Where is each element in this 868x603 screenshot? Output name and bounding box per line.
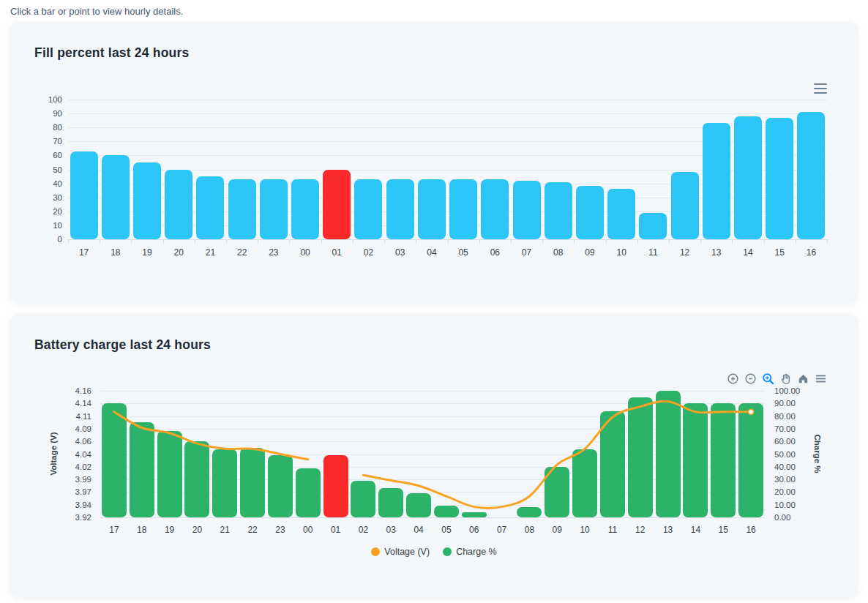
axis-tick — [542, 239, 543, 243]
bar-07[interactable] — [513, 181, 541, 239]
voltage-line[interactable] — [100, 391, 765, 517]
pan-icon[interactable] — [779, 372, 793, 386]
axis-tick — [384, 239, 385, 243]
axis-tick — [100, 239, 100, 243]
bar-06[interactable] — [481, 179, 509, 239]
bar-16[interactable] — [797, 112, 825, 239]
charge-tick-label: 80.00 — [774, 411, 796, 422]
axis-tick — [669, 239, 670, 243]
voltage-tick-label: 4.09 — [58, 424, 91, 434]
bar-20[interactable] — [165, 170, 192, 240]
axis-tick — [764, 239, 765, 243]
x-axis-tick-label: 08 — [516, 525, 544, 535]
x-axis-tick-label: 16 — [737, 525, 765, 535]
bar-01-selected[interactable] — [323, 170, 351, 240]
axis-tick — [511, 239, 512, 243]
bar-05[interactable] — [449, 179, 477, 239]
chart-toolbar — [726, 372, 828, 386]
bar-04[interactable] — [418, 179, 446, 239]
bar-22[interactable] — [228, 179, 256, 239]
axis-tick — [700, 239, 701, 243]
line-point-marker[interactable] — [748, 409, 753, 414]
x-axis-tick-label: 17 — [100, 525, 128, 535]
bar-13[interactable] — [703, 123, 730, 239]
charge-tick-label: 90.00 — [774, 398, 796, 408]
bar-17[interactable] — [70, 151, 98, 239]
menu-icon[interactable] — [814, 372, 828, 386]
charge-tick-label: 40.00 — [774, 462, 796, 472]
chart-legend: Voltage (V)Charge % — [10, 547, 858, 557]
axis-tick — [448, 239, 449, 243]
axis-tick — [226, 239, 227, 243]
x-axis-tick-label: 03 — [384, 247, 416, 258]
bar-15[interactable] — [766, 118, 793, 239]
gridline — [68, 113, 827, 114]
battery-chart-plot: 4.16100.004.1490.004.1180.004.0970.004.0… — [100, 391, 765, 518]
x-axis-tick-label: 17 — [68, 247, 100, 258]
bar-18[interactable] — [102, 155, 130, 239]
x-axis-tick-label: 21 — [195, 247, 226, 258]
charge-tick-label: 10.00 — [774, 500, 796, 510]
axis-tick — [321, 239, 322, 243]
zoom-out-icon[interactable] — [744, 372, 757, 386]
bar-21[interactable] — [196, 176, 224, 239]
zoom-in-icon[interactable] — [726, 372, 740, 386]
bar-03[interactable] — [386, 179, 414, 239]
x-axis-tick-label: 19 — [131, 247, 162, 258]
axis-tick — [163, 239, 164, 243]
charge-tick-label: 0.00 — [774, 512, 790, 523]
bar-23[interactable] — [260, 179, 288, 239]
x-axis-tick-label: 13 — [654, 525, 682, 535]
bar-19[interactable] — [133, 162, 161, 239]
menu-icon[interactable] — [814, 83, 827, 94]
voltage-tick-label: 3.94 — [58, 500, 91, 510]
x-axis-tick-label: 06 — [479, 247, 511, 258]
x-axis-tick-label: 13 — [700, 247, 732, 258]
axis-tick — [732, 239, 733, 243]
axis-tick — [827, 239, 828, 243]
x-axis-tick-label: 01 — [321, 247, 353, 258]
x-axis-tick-label: 14 — [732, 247, 763, 258]
y-axis-tick-label: 10 — [29, 220, 62, 231]
axis-tick — [195, 239, 195, 243]
voltage-tick-label: 4.14 — [58, 398, 91, 408]
x-axis-tick-label: 05 — [433, 525, 460, 535]
legend-item-voltage[interactable]: Voltage (V) — [371, 547, 430, 557]
x-axis-tick-label: 02 — [350, 525, 378, 535]
legend-item-charge[interactable]: Charge % — [443, 547, 497, 557]
bar-00[interactable] — [291, 179, 319, 239]
hint-text: Click a bar or point to view hourly deta… — [10, 6, 183, 17]
voltage-tick-label: 4.04 — [58, 449, 91, 460]
bar-09[interactable] — [576, 186, 604, 239]
bar-11[interactable] — [639, 213, 667, 239]
x-axis-tick-label: 15 — [709, 525, 737, 535]
bar-12[interactable] — [671, 172, 699, 239]
charge-tick-label: 50.00 — [774, 449, 796, 460]
bar-10[interactable] — [607, 189, 635, 239]
charge-tick-label: 60.00 — [774, 436, 796, 446]
voltage-tick-label: 3.92 — [58, 512, 91, 523]
voltage-tick-label: 4.11 — [58, 411, 91, 422]
bar-02[interactable] — [354, 179, 382, 239]
selection-zoom-icon[interactable] — [761, 372, 775, 386]
x-axis-tick-label: 11 — [599, 525, 626, 535]
x-axis-tick-label: 15 — [764, 247, 796, 258]
y-axis-tick-label: 0 — [29, 234, 62, 244]
x-axis-tick-label: 21 — [211, 525, 239, 535]
x-axis-tick-label: 10 — [606, 247, 637, 258]
y-axis-tick-label: 50 — [29, 165, 62, 175]
legend-label: Charge % — [456, 547, 497, 557]
x-axis-tick-label: 03 — [377, 525, 405, 535]
bar-14[interactable] — [734, 116, 762, 239]
x-axis-tick-label: 23 — [258, 247, 289, 258]
x-axis-tick-label: 12 — [626, 525, 654, 535]
x-axis-tick-label: 23 — [266, 525, 294, 535]
x-axis-tick-label: 04 — [405, 525, 433, 535]
charge-tick-label: 20.00 — [774, 487, 796, 497]
bar-08[interactable] — [545, 182, 572, 239]
battery-chart-title: Battery charge last 24 hours — [34, 337, 211, 353]
fill-chart-title: Fill percent last 24 hours — [34, 45, 189, 61]
voltage-tick-label: 4.16 — [58, 386, 91, 396]
voltage-tick-label: 3.99 — [58, 474, 91, 484]
home-icon[interactable] — [796, 372, 810, 386]
